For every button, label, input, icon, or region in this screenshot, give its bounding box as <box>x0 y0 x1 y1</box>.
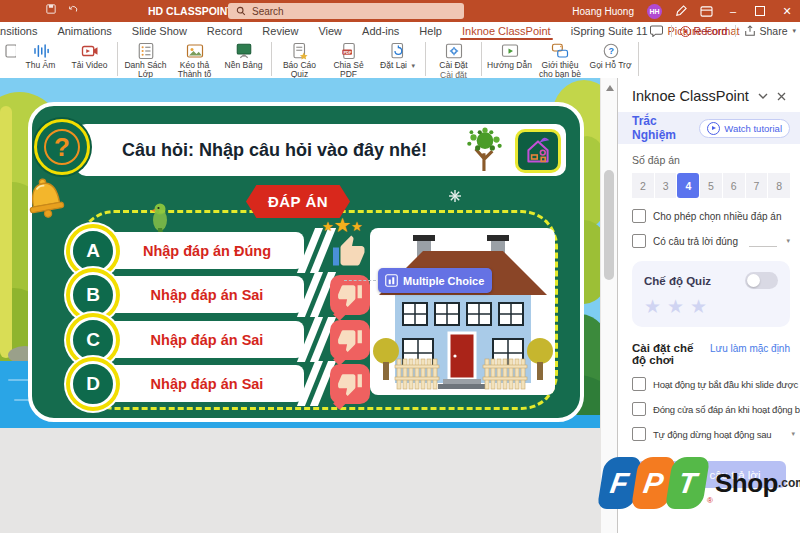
answer-letter-badge: B <box>70 272 116 318</box>
ribbon-button-goi-ho-tro[interactable]: ? Gọi Hỗ Trợ <box>586 41 635 70</box>
ribbon-button-tai-video[interactable]: Tải Video <box>65 41 114 70</box>
bell-icon <box>16 172 76 232</box>
count-option-7[interactable]: 7 <box>746 173 768 198</box>
answer-text-box[interactable]: Nhập đáp án Sai <box>92 365 304 402</box>
count-option-3[interactable]: 3 <box>655 173 677 198</box>
pane-collapse-button[interactable] <box>754 87 772 105</box>
quiz-stars-icon: ★★★ <box>644 295 778 318</box>
tab-ispring-suite[interactable]: iSpring Suite 11 <box>561 22 658 40</box>
pane-close-button[interactable] <box>772 87 790 105</box>
document-name: HD CLASSPOINT <box>148 5 234 17</box>
ribbon-button-danh-sach-lop[interactable]: Danh Sách Lớp <box>121 41 170 79</box>
tab-transitions[interactable]: Transitions <box>0 22 47 40</box>
tab-view[interactable]: View <box>308 22 352 40</box>
ribbon-button-thu-am[interactable]: Thu Âm <box>16 41 65 70</box>
ribbon-button-nen-bang[interactable]: Nền Bảng <box>219 41 268 70</box>
tab-add-ins[interactable]: Add-ins <box>352 22 409 40</box>
ribbon-display-options-icon[interactable] <box>700 6 713 17</box>
user-name[interactable]: Hoang Huong <box>572 6 634 17</box>
ribbon-button-cai-dat[interactable]: Cài Đặt <box>429 41 478 70</box>
count-option-8[interactable]: 8 <box>768 173 790 198</box>
tutorial-video-icon <box>501 42 519 60</box>
bar-chart-icon <box>385 274 398 287</box>
save-default-link[interactable]: Lưu làm mặc định <box>710 343 790 354</box>
ribbon-button-clipped[interactable] <box>2 41 16 61</box>
sparkle-decoration <box>449 188 461 206</box>
search-input[interactable]: Search <box>228 3 464 19</box>
tab-record[interactable]: Record <box>197 22 252 40</box>
tab-slide-show[interactable]: Slide Show <box>122 22 197 40</box>
tab-animations[interactable]: Animations <box>47 22 121 40</box>
answer-count-selector: 2 3 4 5 6 7 8 <box>632 173 790 198</box>
clipped-icon <box>2 42 16 60</box>
close-window-checkbox-row[interactable]: Đóng cửa sổ đáp án khi hoạt động bắt đầu <box>632 402 790 416</box>
count-option-6[interactable]: 6 <box>723 173 745 198</box>
quick-access-toolbar <box>46 4 78 14</box>
reset-icon <box>389 42 407 60</box>
checkbox[interactable] <box>632 377 646 391</box>
drag-drop-image-icon <box>186 42 204 60</box>
audio-record-icon <box>32 42 50 60</box>
answer-letter-badge: C <box>70 317 116 363</box>
tab-review[interactable]: Review <box>252 22 308 40</box>
count-option-5[interactable]: 5 <box>700 173 722 198</box>
count-option-4-selected[interactable]: 4 <box>677 173 699 198</box>
ribbon-group-recording: Thu Âm Tải Video <box>0 40 116 78</box>
checkbox[interactable] <box>632 427 646 441</box>
record-button[interactable]: Record <box>680 25 728 37</box>
title-bar: HD CLASSPOINT • Saved to this PC ▾ Searc… <box>0 0 800 22</box>
answer-text-box[interactable]: Nhập đáp án Sai <box>92 276 304 313</box>
maximize-button[interactable] <box>753 3 767 19</box>
ribbon-button-bao-cao-quiz[interactable]: Báo Cáo Quiz <box>275 41 324 79</box>
fpt-shop-watermark: F P T ® Shop .com.vn <box>601 457 800 509</box>
search-icon <box>236 6 246 16</box>
neon-house-badge <box>515 129 561 173</box>
count-option-2[interactable]: 2 <box>632 173 654 198</box>
video-icon <box>81 42 99 60</box>
answer-text-box[interactable]: Nhập đáp án Đúng <box>92 232 304 269</box>
close-button[interactable]: ✕ <box>780 3 794 19</box>
svg-text:PDF: PDF <box>343 50 352 55</box>
search-placeholder: Search <box>252 6 284 17</box>
auto-start-checkbox-row[interactable]: Hoạt động tự bắt đầu khi slide được mở <box>632 377 790 391</box>
draw-pen-icon[interactable] <box>675 5 687 17</box>
question-mark-badge: ? <box>34 119 90 175</box>
scrollbar-thumb[interactable] <box>604 170 614 280</box>
activity-tag-button[interactable]: Multiple Choice <box>378 268 492 293</box>
ribbon-button-gioi-thieu[interactable]: Giới thiệu cho bạn bè <box>534 41 586 79</box>
ribbon-button-huong-dan[interactable]: Hướng Dẫn <box>485 41 534 70</box>
refer-friend-icon <box>551 42 569 60</box>
ribbon-group-xem-lai: Báo Cáo Quiz PDF Chia Sẻ PDF Đặt Lại ▾ X… <box>273 40 424 78</box>
settings-gear-icon <box>445 42 463 60</box>
scroll-up-arrow[interactable] <box>604 82 615 93</box>
ribbon-button-keo-tha-thanh-to[interactable]: Kéo thả Thành tố <box>170 41 219 79</box>
watch-tutorial-button[interactable]: Watch tutorial <box>699 119 790 138</box>
answer-text-box[interactable]: Nhập đáp án Sai <box>92 321 304 358</box>
support-help-icon: ? <box>602 42 620 60</box>
registered-mark: ® <box>707 496 713 505</box>
thumbs-up-icon <box>330 234 366 274</box>
auto-stop-checkbox-row[interactable]: Tự động dừng hoạt động sau ▾ <box>632 427 790 441</box>
ribbon-button-dat-lai[interactable]: Đặt Lại ▾ <box>373 41 422 70</box>
save-icon[interactable] <box>46 4 56 14</box>
checkbox[interactable] <box>632 234 646 248</box>
checkbox[interactable] <box>632 209 646 223</box>
tab-inknoe-classpoint[interactable]: Inknoe ClassPoint <box>452 22 561 40</box>
correct-answer-dropdown[interactable] <box>749 236 778 247</box>
share-button[interactable]: Share▾ <box>744 25 796 37</box>
comments-icon[interactable] <box>650 25 663 37</box>
minimize-button[interactable]: – <box>726 3 740 19</box>
ribbon-button-chia-se-pdf[interactable]: PDF Chia Sẻ PDF <box>324 41 373 79</box>
avatar[interactable]: HH <box>647 4 662 19</box>
quiz-mode-toggle[interactable] <box>745 272 778 289</box>
house-image[interactable] <box>370 228 555 395</box>
fpt-shop-text: Shop <box>715 468 778 499</box>
tab-help[interactable]: Help <box>409 22 452 40</box>
undo-icon[interactable] <box>68 4 78 14</box>
has-correct-checkbox-row[interactable]: Có câu trả lời đúng ▾ <box>632 234 790 248</box>
checkbox[interactable] <box>632 402 646 416</box>
slide-canvas[interactable]: Câu hỏi: Nhập câu hỏi vào đây nhé! ? <box>0 78 600 428</box>
whiteboard-icon <box>235 42 253 60</box>
thumbs-down-icon <box>330 320 370 360</box>
multi-select-checkbox-row[interactable]: Cho phép chọn nhiều đáp án <box>632 209 790 223</box>
